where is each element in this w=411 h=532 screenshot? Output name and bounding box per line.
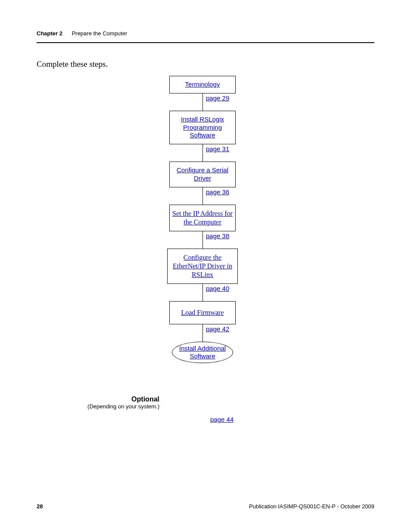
chapter-title: Prepare the Computer bbox=[72, 30, 128, 37]
flow-oval-install-additional: Install Additional Software bbox=[172, 342, 233, 363]
flow-connector: page 40 bbox=[159, 284, 246, 301]
intro-text: Complete these steps. bbox=[37, 59, 108, 69]
page-ref-link[interactable]: page 40 bbox=[206, 285, 229, 292]
page-header: Chapter 2 Prepare the Computer bbox=[37, 30, 374, 37]
page-ref-link[interactable]: page 36 bbox=[206, 188, 229, 196]
flow-node-load-firmware: Load Firmware bbox=[169, 301, 236, 324]
page-ref-link[interactable]: page 29 bbox=[206, 94, 229, 102]
connector-line-icon bbox=[202, 144, 203, 162]
chapter-label: Chapter 2 bbox=[37, 30, 62, 37]
flow-link-configure-serial[interactable]: Configure a Serial Driver bbox=[177, 166, 228, 182]
flow-node-install-rslogix: Install RSLogix Programming Software bbox=[169, 111, 236, 144]
flow-node-terminology: Terminology bbox=[169, 76, 236, 93]
flow-link-configure-ethernet[interactable]: Configure the EtherNet/IP Driver in RSLi… bbox=[173, 254, 232, 278]
flow-connector: page 31 bbox=[159, 144, 246, 162]
page-ref-link[interactable]: page 38 bbox=[206, 232, 229, 240]
page-ref-link-oval[interactable]: page 44 bbox=[210, 416, 234, 423]
connector-line-icon bbox=[202, 284, 203, 301]
connector-line-icon bbox=[202, 93, 203, 111]
flow-connector: page 36 bbox=[159, 187, 246, 205]
flow-link-install-rslogix[interactable]: Install RSLogix Programming Software bbox=[181, 115, 224, 139]
flow-connector: page 29 bbox=[159, 93, 246, 111]
connector-line-icon bbox=[202, 187, 203, 205]
page-ref-link[interactable]: page 42 bbox=[206, 325, 229, 333]
optional-label: Optional (Depending on your system.) bbox=[86, 395, 159, 410]
connector-line-icon bbox=[202, 324, 203, 342]
optional-sub: (Depending on your system.) bbox=[86, 403, 159, 410]
flow-connector: page 42 bbox=[159, 324, 246, 342]
flowchart: Terminology page 29 Install RSLogix Prog… bbox=[159, 76, 246, 363]
optional-title: Optional bbox=[86, 395, 159, 403]
flow-link-install-additional[interactable]: Install Additional Software bbox=[172, 345, 233, 360]
flow-node-configure-serial: Configure a Serial Driver bbox=[169, 162, 236, 187]
footer-page-number: 28 bbox=[37, 503, 43, 510]
footer-publication: Publication IASIMP-QS001C-EN-P - October… bbox=[249, 503, 374, 510]
flow-connector: page 38 bbox=[159, 231, 246, 249]
flow-node-set-ip: Set the IP Address for the Computer bbox=[169, 205, 236, 231]
flow-link-terminology[interactable]: Terminology bbox=[185, 81, 220, 88]
flow-link-load-firmware[interactable]: Load Firmware bbox=[181, 309, 224, 316]
header-rule bbox=[37, 42, 374, 43]
flow-link-set-ip[interactable]: Set the IP Address for the Computer bbox=[172, 210, 233, 226]
flow-node-configure-ethernet: Configure the EtherNet/IP Driver in RSLi… bbox=[167, 249, 238, 284]
page-ref-link[interactable]: page 31 bbox=[206, 145, 229, 152]
connector-line-icon bbox=[202, 231, 203, 249]
